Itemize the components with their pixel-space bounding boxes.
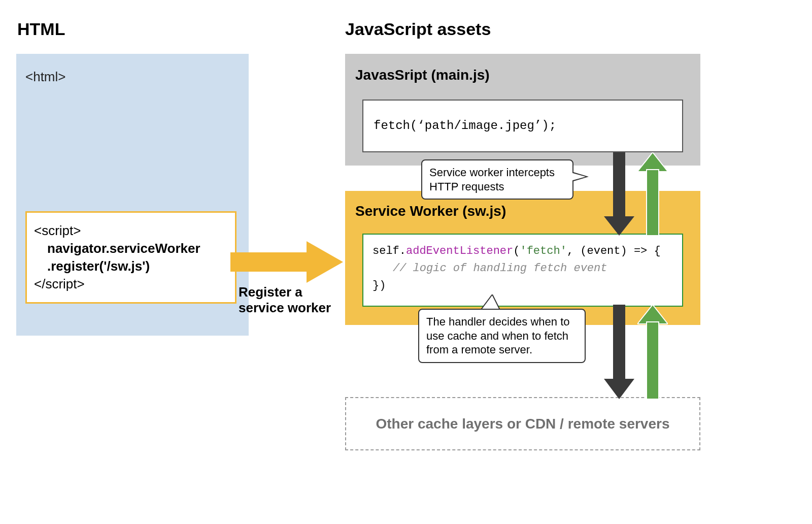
sw-code-comment: // logic of handling fetch event [393,262,607,275]
section-title-js: JavaScript assets [345,19,491,39]
svg-marker-0 [230,241,343,283]
script-line2: .register('/sw.js') [47,257,228,275]
callout-intercept: Service worker intercepts HTTP requests [421,159,573,200]
sw-panel-title: Service Worker (sw.js) [355,203,506,219]
arrow-up-sw-to-js-icon [637,152,668,236]
register-label-line2: service worker [239,300,331,315]
js-panel-title: JavasSript (main.js) [355,67,490,83]
callout-handler-line3: from a remote server. [426,343,532,356]
sw-code-string: 'fetch' [520,245,566,257]
register-label: Register a service worker [239,284,350,316]
svg-rect-5 [647,170,659,236]
svg-rect-6 [613,305,625,381]
sw-code-prefix: self. [373,245,406,257]
script-register-box: <script> navigator.serviceWorker .regist… [25,211,236,304]
arrow-down-js-to-sw-icon [604,152,634,236]
svg-rect-9 [647,322,659,399]
register-arrow-icon [230,241,343,283]
remote-servers-label: Other cache layers or CDN / remote serve… [376,416,670,432]
svg-marker-3 [604,216,634,236]
remote-servers-box: Other cache layers or CDN / remote serve… [345,397,700,450]
sw-code-args-open: ( [513,245,520,257]
html-open-tag: <html> [25,69,66,85]
callout-intercept-line2: HTTP requests [429,180,504,193]
fetch-code-box: fetch(‘path/image.jpeg’); [362,100,683,152]
callout-intercept-tail-fill-icon [567,172,586,182]
sw-code-args-rest: , (event) => { [567,245,661,257]
script-open: <script> [34,222,228,240]
script-line1: navigator.serviceWorker [47,240,228,257]
svg-marker-7 [604,379,634,399]
sw-code-method: addEventListener [406,245,513,257]
svg-marker-8 [637,305,668,324]
svg-rect-2 [613,152,625,218]
callout-handler: The handler decides when to use cache an… [418,309,586,363]
arrow-down-sw-to-remote-icon [604,305,634,399]
section-title-html: HTML [17,19,65,39]
register-label-line1: Register a [239,284,302,300]
html-panel: <html> <script> navigator.serviceWorker … [16,54,249,336]
callout-handler-line2: use cache and when to fetch [426,330,568,342]
arrow-up-remote-to-sw-icon [637,305,668,399]
js-panel: JavasSript (main.js) fetch(‘path/image.j… [345,54,700,166]
script-close: </script> [34,275,228,293]
callout-handler-line1: The handler decides when to [426,315,570,328]
sw-code-close: }) [373,277,673,294]
callout-intercept-line1: Service worker intercepts [429,166,555,179]
svg-marker-4 [637,152,668,172]
sw-code-box: self.addEventListener('fetch', (event) =… [362,234,683,307]
